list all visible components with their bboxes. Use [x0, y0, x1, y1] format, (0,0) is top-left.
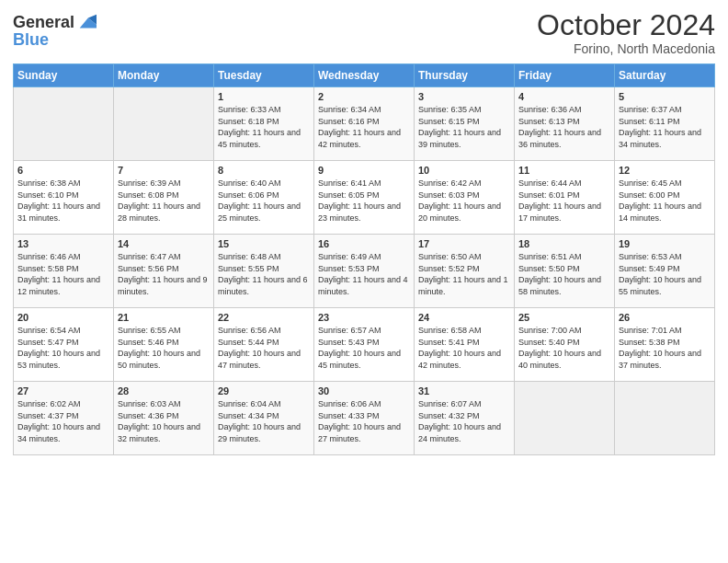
cell-details: Sunrise: 6:38 AMSunset: 6:10 PMDaylight:…	[17, 178, 109, 224]
title-area: October 2024 Forino, North Macedonia	[537, 9, 715, 56]
day-number: 28	[118, 385, 210, 396]
cell-details: Sunrise: 6:53 AMSunset: 5:49 PMDaylight:…	[619, 251, 711, 297]
day-number: 24	[418, 312, 510, 323]
cell-details: Sunrise: 6:33 AMSunset: 6:18 PMDaylight:…	[218, 104, 310, 150]
cell-details: Sunrise: 6:04 AMSunset: 4:34 PMDaylight:…	[218, 398, 310, 444]
cell-details: Sunrise: 6:47 AMSunset: 5:56 PMDaylight:…	[118, 251, 210, 297]
logo: General Blue	[13, 13, 97, 50]
day-number: 1	[218, 91, 310, 102]
cell-details: Sunrise: 6:45 AMSunset: 6:00 PMDaylight:…	[619, 178, 711, 224]
day-number: 7	[118, 165, 210, 176]
location: Forino, North Macedonia	[537, 41, 715, 56]
day-number: 11	[518, 165, 610, 176]
day-number: 20	[17, 312, 109, 323]
calendar-cell	[615, 382, 715, 455]
day-header-monday: Monday	[114, 64, 214, 87]
day-number: 2	[318, 91, 410, 102]
cell-details: Sunrise: 7:01 AMSunset: 5:38 PMDaylight:…	[619, 325, 711, 371]
day-header-saturday: Saturday	[615, 64, 715, 87]
cell-details: Sunrise: 6:46 AMSunset: 5:58 PMDaylight:…	[17, 251, 109, 297]
calendar-cell	[14, 87, 114, 161]
day-header-wednesday: Wednesday	[314, 64, 415, 87]
day-header-thursday: Thursday	[415, 64, 515, 87]
cell-details: Sunrise: 6:02 AMSunset: 4:37 PMDaylight:…	[17, 398, 109, 444]
day-number: 14	[118, 238, 210, 249]
calendar-cell: 16Sunrise: 6:49 AMSunset: 5:53 PMDayligh…	[314, 235, 415, 308]
cell-details: Sunrise: 6:57 AMSunset: 5:43 PMDaylight:…	[318, 325, 410, 371]
calendar-cell: 19Sunrise: 6:53 AMSunset: 5:49 PMDayligh…	[615, 235, 715, 308]
calendar-cell: 24Sunrise: 6:58 AMSunset: 5:41 PMDayligh…	[415, 308, 515, 382]
cell-details: Sunrise: 6:54 AMSunset: 5:47 PMDaylight:…	[17, 325, 109, 371]
day-number: 9	[318, 165, 410, 176]
calendar-cell: 6Sunrise: 6:38 AMSunset: 6:10 PMDaylight…	[14, 161, 114, 235]
cell-details: Sunrise: 6:51 AMSunset: 5:50 PMDaylight:…	[518, 251, 610, 297]
cell-details: Sunrise: 6:56 AMSunset: 5:44 PMDaylight:…	[218, 325, 310, 371]
day-number: 4	[518, 91, 610, 102]
day-number: 16	[318, 238, 410, 249]
cell-details: Sunrise: 6:06 AMSunset: 4:33 PMDaylight:…	[318, 398, 410, 444]
cell-details: Sunrise: 6:55 AMSunset: 5:46 PMDaylight:…	[118, 325, 210, 371]
day-number: 12	[619, 165, 711, 176]
cell-details: Sunrise: 7:00 AMSunset: 5:40 PMDaylight:…	[518, 325, 610, 371]
calendar-table: SundayMondayTuesdayWednesdayThursdayFrid…	[13, 63, 715, 455]
calendar-cell: 4Sunrise: 6:36 AMSunset: 6:13 PMDaylight…	[515, 87, 615, 161]
day-number: 21	[118, 312, 210, 323]
day-header-friday: Friday	[515, 64, 615, 87]
cell-details: Sunrise: 6:58 AMSunset: 5:41 PMDaylight:…	[418, 325, 510, 371]
header: General Blue October 2024 Forino, North …	[13, 9, 715, 56]
calendar-cell: 11Sunrise: 6:44 AMSunset: 6:01 PMDayligh…	[515, 161, 615, 235]
day-number: 5	[619, 91, 711, 102]
calendar-cell: 27Sunrise: 6:02 AMSunset: 4:37 PMDayligh…	[14, 382, 114, 455]
day-number: 23	[318, 312, 410, 323]
calendar-cell: 23Sunrise: 6:57 AMSunset: 5:43 PMDayligh…	[314, 308, 415, 382]
calendar-cell: 12Sunrise: 6:45 AMSunset: 6:00 PMDayligh…	[615, 161, 715, 235]
day-number: 3	[418, 91, 510, 102]
calendar-cell: 17Sunrise: 6:50 AMSunset: 5:52 PMDayligh…	[415, 235, 515, 308]
calendar-cell: 3Sunrise: 6:35 AMSunset: 6:15 PMDaylight…	[415, 87, 515, 161]
calendar-cell: 15Sunrise: 6:48 AMSunset: 5:55 PMDayligh…	[214, 235, 314, 308]
day-number: 27	[17, 385, 109, 396]
day-number: 29	[218, 385, 310, 396]
calendar-cell: 18Sunrise: 6:51 AMSunset: 5:50 PMDayligh…	[515, 235, 615, 308]
calendar-cell: 26Sunrise: 7:01 AMSunset: 5:38 PMDayligh…	[615, 308, 715, 382]
day-number: 19	[619, 238, 711, 249]
month-title: October 2024	[537, 9, 715, 41]
cell-details: Sunrise: 6:40 AMSunset: 6:06 PMDaylight:…	[218, 178, 310, 224]
cell-details: Sunrise: 6:41 AMSunset: 6:05 PMDaylight:…	[318, 178, 410, 224]
calendar-cell: 2Sunrise: 6:34 AMSunset: 6:16 PMDaylight…	[314, 87, 415, 161]
logo-icon	[76, 13, 97, 33]
cell-details: Sunrise: 6:35 AMSunset: 6:15 PMDaylight:…	[418, 104, 510, 150]
calendar-cell: 20Sunrise: 6:54 AMSunset: 5:47 PMDayligh…	[14, 308, 114, 382]
day-number: 25	[518, 312, 610, 323]
calendar-cell	[114, 87, 214, 161]
calendar-cell: 13Sunrise: 6:46 AMSunset: 5:58 PMDayligh…	[14, 235, 114, 308]
cell-details: Sunrise: 6:37 AMSunset: 6:11 PMDaylight:…	[619, 104, 711, 150]
day-number: 26	[619, 312, 711, 323]
day-number: 22	[218, 312, 310, 323]
day-header-sunday: Sunday	[14, 64, 114, 87]
calendar-cell: 7Sunrise: 6:39 AMSunset: 6:08 PMDaylight…	[114, 161, 214, 235]
day-number: 10	[418, 165, 510, 176]
calendar-container: General Blue October 2024 Forino, North …	[0, 0, 728, 563]
day-number: 13	[17, 238, 109, 249]
calendar-cell: 14Sunrise: 6:47 AMSunset: 5:56 PMDayligh…	[114, 235, 214, 308]
day-number: 6	[17, 165, 109, 176]
day-number: 17	[418, 238, 510, 249]
calendar-cell: 30Sunrise: 6:06 AMSunset: 4:33 PMDayligh…	[314, 382, 415, 455]
cell-details: Sunrise: 6:44 AMSunset: 6:01 PMDaylight:…	[518, 178, 610, 224]
calendar-cell: 22Sunrise: 6:56 AMSunset: 5:44 PMDayligh…	[214, 308, 314, 382]
calendar-cell: 29Sunrise: 6:04 AMSunset: 4:34 PMDayligh…	[214, 382, 314, 455]
calendar-cell: 8Sunrise: 6:40 AMSunset: 6:06 PMDaylight…	[214, 161, 314, 235]
day-number: 15	[218, 238, 310, 249]
cell-details: Sunrise: 6:39 AMSunset: 6:08 PMDaylight:…	[118, 178, 210, 224]
calendar-cell: 1Sunrise: 6:33 AMSunset: 6:18 PMDaylight…	[214, 87, 314, 161]
calendar-cell: 31Sunrise: 6:07 AMSunset: 4:32 PMDayligh…	[415, 382, 515, 455]
logo-blue-text: Blue	[13, 31, 49, 50]
calendar-cell: 28Sunrise: 6:03 AMSunset: 4:36 PMDayligh…	[114, 382, 214, 455]
cell-details: Sunrise: 6:36 AMSunset: 6:13 PMDaylight:…	[518, 104, 610, 150]
day-number: 8	[218, 165, 310, 176]
calendar-cell: 9Sunrise: 6:41 AMSunset: 6:05 PMDaylight…	[314, 161, 415, 235]
logo-text: General	[13, 14, 74, 32]
calendar-cell: 10Sunrise: 6:42 AMSunset: 6:03 PMDayligh…	[415, 161, 515, 235]
calendar-cell: 5Sunrise: 6:37 AMSunset: 6:11 PMDaylight…	[615, 87, 715, 161]
